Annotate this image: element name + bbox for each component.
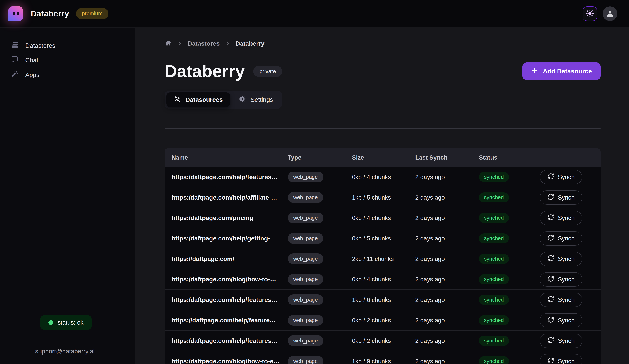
theme-toggle-button[interactable] [583,6,597,21]
size-cell: 0kb / 4 chunks [352,276,415,283]
synch-label: Synch [558,296,575,303]
refresh-icon [547,173,554,181]
last-synch-cell: 2 days ago [415,235,479,242]
databerry-logo-icon [8,6,23,21]
table-row: https:/daftpage.com/help/affiliate-… web… [164,187,601,208]
status-dot-icon [48,320,53,325]
datasource-name-link[interactable]: https:/daftpage.com/help/features… [171,337,288,344]
datasource-name-link[interactable]: https:/daftpage.com/help/getting-… [171,235,288,242]
status-pill: synched [479,254,509,264]
last-synch-cell: 2 days ago [415,255,479,262]
last-synch-cell: 2 days ago [415,276,479,283]
type-badge: web_page [288,233,323,244]
status-pill: synched [479,315,509,325]
table-row: https:/daftpage.com/help/features… web_p… [164,289,601,310]
status-pill: synched [479,213,509,223]
refresh-icon [547,275,554,284]
synch-label: Synch [558,358,575,364]
plus-icon [531,67,538,75]
datasource-name-link[interactable]: https:/daftpage.com/blog/how-to-e… [171,358,288,364]
table-row: https:/daftpage.com/help/features… web_p… [164,167,601,187]
table-row: https:/daftpage.com/help/features… web_p… [164,330,601,351]
content-divider [164,128,601,129]
datasource-name-link[interactable]: https:/daftpage.com/blog/how-to-… [171,276,288,283]
last-synch-cell: 2 days ago [415,337,479,344]
synch-button[interactable]: Synch [540,190,582,205]
datasource-name-link[interactable]: https://daftpage.com/help/feature… [171,317,288,324]
table-row: https:/daftpage.com/blog/how-to-… web_pa… [164,269,601,289]
status-badge: status: ok [40,315,92,330]
size-cell: 1kb / 9 chunks [352,358,415,364]
add-datasource-button[interactable]: Add Datasource [522,62,601,80]
synch-button[interactable]: Synch [540,293,582,307]
synch-button[interactable]: Synch [540,313,582,328]
status-pill: synched [479,274,509,284]
datasource-name-link[interactable]: https:/daftpage.com/help/features… [171,173,288,181]
sidebar-item-chat[interactable]: Chat [0,53,135,67]
visibility-badge: private [253,66,282,77]
type-badge: web_page [288,335,323,346]
refresh-icon [547,214,554,222]
refresh-icon [547,193,554,202]
table-header: Name Type Size Last Synch Status [164,148,601,167]
tab-datasources[interactable]: Datasources [166,93,230,107]
premium-badge: premium [76,8,108,19]
sun-icon [586,9,594,18]
synch-button[interactable]: Synch [540,252,582,266]
tab-settings[interactable]: Settings [231,93,280,107]
synch-button[interactable]: Synch [540,170,582,184]
synch-label: Synch [558,255,575,262]
table-row: https://daftpage.com/ web_page 2kb / 11 … [164,248,601,269]
sidebar-item-label: Chat [25,57,38,64]
size-cell: 0kb / 2 chunks [352,317,415,324]
datasource-name-link[interactable]: https:/daftpage.com/help/affiliate-… [171,194,288,201]
datasource-name-link[interactable]: https:/daftpage.com/pricing [171,214,288,222]
sidebar-item-datastores[interactable]: Datastores [0,38,135,53]
datasource-name-link[interactable]: https://daftpage.com/ [171,255,288,262]
support-email: support@databerry.ai [0,348,130,355]
size-cell: 2kb / 11 chunks [352,255,415,262]
last-synch-cell: 2 days ago [415,317,479,324]
column-header-type: Type [288,154,352,161]
type-badge: web_page [288,253,323,264]
datasource-name-link[interactable]: https:/daftpage.com/help/features… [171,296,288,303]
synch-button[interactable]: Synch [540,272,582,286]
sidebar-item-label: Apps [25,71,39,78]
account-menu-button[interactable] [603,6,617,21]
status-label: status: ok [58,319,83,326]
synch-button[interactable]: Synch [540,334,582,348]
datasource-table: Name Type Size Last Synch Status https:/… [164,148,601,364]
chat-icon [10,55,19,65]
breadcrumb: Datastores Databerry [164,40,601,47]
user-icon [606,9,614,18]
synch-label: Synch [558,276,575,283]
breadcrumb-databerry[interactable]: Databerry [236,40,265,47]
type-badge: web_page [288,192,323,203]
last-synch-cell: 2 days ago [415,358,479,364]
sidebar-divider [2,340,129,340]
app-name: Databerry [31,9,69,18]
synch-label: Synch [558,174,575,181]
tab-label: Datasources [185,96,223,103]
table-row: https:/daftpage.com/help/getting-… web_p… [164,228,601,248]
breadcrumb-datastores[interactable]: Datastores [188,40,220,47]
sidebar-item-apps[interactable]: Apps [0,67,135,82]
synch-label: Synch [558,235,575,242]
status-pill: synched [479,172,509,182]
status-pill: synched [479,295,509,305]
status-pill: synched [479,356,509,364]
synch-button[interactable]: Synch [540,211,582,225]
refresh-icon [547,316,554,325]
refresh-icon [547,234,554,243]
sparkles-icon [174,95,181,104]
type-badge: web_page [288,274,323,285]
synch-button[interactable]: Synch [540,231,582,245]
tab-label: Settings [251,96,273,103]
type-badge: web_page [288,294,323,305]
synch-button[interactable]: Synch [540,354,582,364]
breadcrumb-home[interactable] [164,39,172,47]
status-pill: synched [479,233,509,243]
column-header-last-synch: Last Synch [415,154,479,161]
status-pill: synched [479,192,509,203]
page-title: Databerry [164,62,245,80]
